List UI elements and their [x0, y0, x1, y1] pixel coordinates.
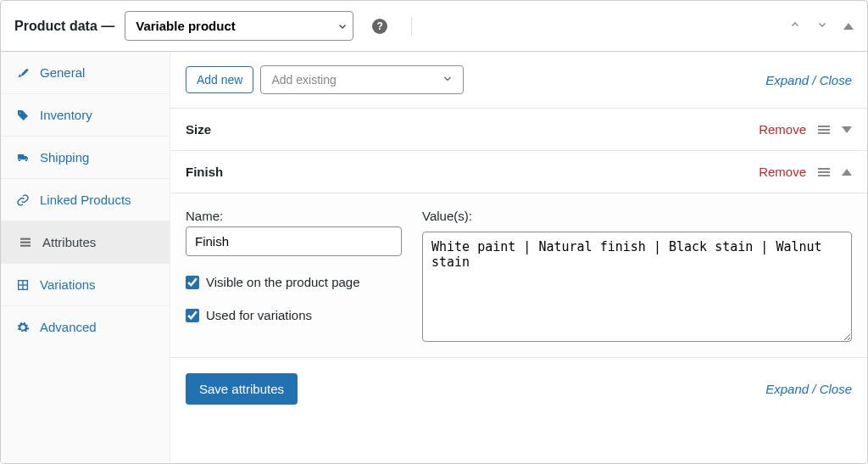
tab-general[interactable]: General	[1, 52, 170, 94]
tab-inventory[interactable]: Inventory	[1, 94, 170, 137]
divider	[411, 17, 412, 36]
tab-label: General	[40, 65, 85, 80]
attributes-toolbar: Add new Add existing Expand / Close	[170, 52, 867, 108]
expand-link[interactable]: Expand	[765, 73, 809, 87]
link-icon	[16, 193, 30, 207]
truck-icon	[16, 151, 30, 165]
tabs-sidebar: General Inventory Shipping Linked Produc…	[1, 52, 170, 463]
used-variations-label: Used for variations	[206, 308, 312, 322]
help-icon[interactable]: ?	[372, 19, 387, 34]
visible-checkbox-row[interactable]: Visible on the product page	[186, 275, 402, 289]
collapse-triangle-icon[interactable]	[842, 169, 852, 176]
attribute-name: Finish	[186, 165, 223, 179]
attribute-values-textarea[interactable]	[422, 232, 852, 342]
used-variations-checkbox[interactable]	[186, 309, 199, 322]
svg-rect-2	[20, 244, 31, 246]
attribute-row-finish[interactable]: Finish Remove	[170, 150, 867, 193]
chevron-down-icon[interactable]	[816, 19, 828, 33]
tab-shipping[interactable]: Shipping	[1, 137, 170, 179]
attribute-editor-finish: Name: Visible on the product page Used f…	[170, 193, 867, 357]
expand-triangle-icon[interactable]	[842, 126, 852, 133]
attribute-row-size[interactable]: Size Remove	[170, 108, 867, 150]
product-type-select[interactable]: Variable product	[125, 11, 353, 41]
name-label: Name:	[186, 209, 402, 223]
tag-icon	[16, 109, 30, 122]
panel-header: Product data — Variable product ?	[1, 1, 867, 52]
svg-rect-1	[20, 241, 31, 243]
gear-icon	[16, 321, 30, 334]
close-link[interactable]: Close	[820, 382, 852, 396]
visible-label: Visible on the product page	[206, 275, 360, 289]
attributes-footer: Save attributes Expand / Close	[170, 357, 867, 420]
expand-link[interactable]: Expand	[765, 382, 809, 396]
visible-checkbox[interactable]	[186, 276, 199, 289]
values-label: Value(s):	[422, 209, 852, 223]
remove-attribute-link[interactable]: Remove	[759, 122, 806, 137]
tab-label: Linked Products	[40, 193, 131, 207]
add-new-button[interactable]: Add new	[186, 66, 253, 93]
svg-rect-0	[20, 238, 31, 239]
expand-close-links: Expand / Close	[765, 73, 852, 87]
tab-label: Advanced	[40, 320, 97, 334]
chevron-up-icon[interactable]	[789, 19, 801, 33]
panel-title: Product data —	[14, 19, 114, 34]
grid-icon	[16, 278, 30, 292]
tab-attributes[interactable]: Attributes	[1, 221, 170, 264]
tab-label: Variations	[40, 277, 96, 292]
drag-handle-icon[interactable]	[818, 168, 830, 176]
tab-linked-products[interactable]: Linked Products	[1, 179, 170, 221]
used-variations-checkbox-row[interactable]: Used for variations	[186, 308, 402, 322]
attributes-content: Add new Add existing Expand / Close Size	[170, 52, 867, 463]
attribute-name-input[interactable]	[186, 226, 402, 256]
wrench-icon	[16, 66, 30, 80]
tab-label: Attributes	[42, 235, 96, 249]
close-link[interactable]: Close	[820, 73, 852, 87]
tab-advanced[interactable]: Advanced	[1, 306, 170, 348]
drag-handle-icon[interactable]	[818, 126, 830, 134]
tab-variations[interactable]: Variations	[1, 264, 170, 306]
add-existing-select[interactable]: Add existing	[260, 65, 464, 94]
expand-close-links: Expand / Close	[765, 382, 852, 396]
tab-label: Shipping	[40, 150, 89, 165]
product-data-panel: Product data — Variable product ? Genera…	[0, 0, 868, 464]
remove-attribute-link[interactable]: Remove	[759, 165, 806, 179]
collapse-triangle-icon[interactable]	[843, 23, 854, 30]
attribute-name: Size	[186, 122, 211, 137]
tab-label: Inventory	[40, 108, 92, 122]
list-icon	[19, 236, 32, 249]
save-attributes-button[interactable]: Save attributes	[186, 373, 298, 405]
